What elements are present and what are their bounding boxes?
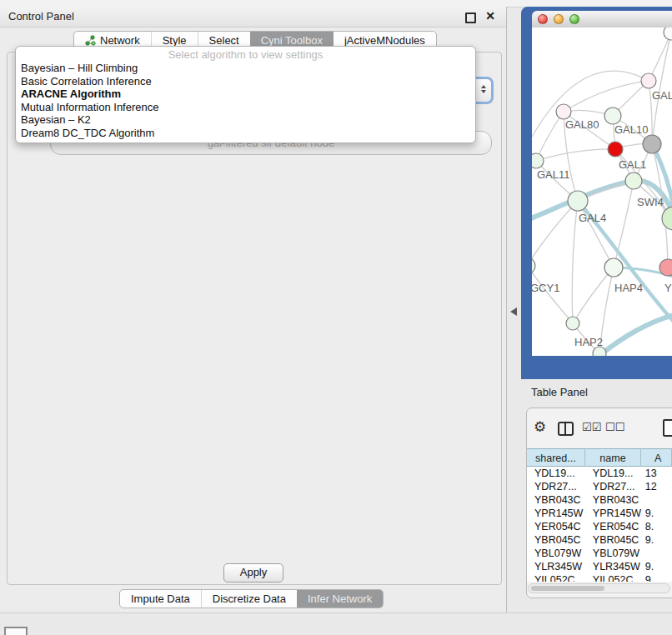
dropdown-item[interactable]: Mutual Information Inference — [16, 101, 475, 114]
node-hap2[interactable] — [566, 317, 579, 330]
dropdown-item[interactable]: Basic Correlation Inference — [16, 75, 475, 88]
tab-discretize-data[interactable]: Discretize Data — [201, 590, 297, 608]
edge — [597, 314, 672, 356]
bottom-tabbar: Impute Data Discretize Data Infer Networ… — [119, 589, 384, 608]
node[interactable] — [641, 73, 656, 88]
document-icon[interactable] — [663, 419, 672, 437]
table-row[interactable]: YER054C YER054C 8. — [527, 520, 672, 533]
gear-icon[interactable]: ⚙ — [534, 418, 546, 436]
control-panel-window: Control Panel ✕ Network Style Select Cyn… — [0, 7, 507, 612]
node-label: SWI4 — [637, 196, 664, 208]
table-row[interactable]: YPR145W YPR145W 9. — [527, 507, 672, 520]
table-toolbar: ⚙ ☑☑ ☐☐ — [526, 418, 672, 442]
edge — [572, 201, 578, 323]
minimize-traffic-light[interactable] — [554, 14, 564, 24]
node-gal80[interactable] — [556, 104, 571, 119]
node-label: GAL1 — [619, 158, 646, 171]
network-view-window: GAL GAL80 GAL10 GAL1 SWI4 GAL11 GAL4 GCY… — [521, 7, 672, 379]
apply-button[interactable]: Apply — [223, 563, 283, 582]
combo-arrows-icon — [481, 85, 486, 93]
edge — [614, 181, 634, 268]
node-label: GAL80 — [565, 118, 599, 131]
node[interactable] — [659, 259, 672, 276]
edge — [578, 201, 614, 268]
edge — [652, 32, 671, 144]
dropdown-item[interactable]: Bayesian – K2 — [16, 113, 475, 127]
scrollbar-thumb[interactable] — [531, 586, 604, 591]
node-label: HAP2 — [574, 336, 603, 348]
node-label: HAP4 — [614, 282, 643, 294]
dropdown-item-highlighted[interactable]: ARACNE Algorithm — [16, 88, 475, 101]
node-gal11[interactable] — [532, 153, 544, 168]
table-row[interactable]: YDL19... YDL19... 13 — [527, 467, 672, 480]
node-label: Y — [664, 282, 672, 294]
columns-icon[interactable] — [558, 422, 574, 436]
dropdown-item[interactable]: Bayesian – Hill Climbing — [16, 62, 475, 75]
node-label: GCY1 — [532, 282, 559, 294]
network-window-titlebar[interactable] — [532, 11, 672, 28]
edge — [564, 81, 649, 112]
table-row[interactable]: YIL052C YIL052C 9 — [527, 573, 672, 582]
node-gal10[interactable] — [604, 108, 621, 124]
table-row[interactable]: YBR043C YBR043C — [527, 493, 672, 507]
node-gal1[interactable] — [608, 142, 623, 157]
edge — [532, 266, 573, 323]
dropdown-prompt: Select algorithm to view settings — [16, 48, 475, 62]
node-gcy1[interactable] — [532, 258, 535, 274]
select-all-checkboxes-icon[interactable]: ☑☑ — [582, 421, 601, 433]
tab-impute-data[interactable]: Impute Data — [120, 590, 201, 608]
table-panel-title: Table Panel — [531, 386, 588, 398]
column-header[interactable]: A — [641, 448, 672, 467]
node-label: GAL4 — [579, 212, 606, 224]
table-row[interactable]: YLR345W YLR345W 9. — [527, 560, 672, 573]
deselect-all-checkboxes-icon[interactable]: ☐☐ — [605, 421, 624, 433]
node-label: GAL11 — [537, 168, 570, 181]
node[interactable] — [664, 28, 672, 40]
table-horizontal-scrollbar[interactable] — [528, 583, 670, 593]
network-canvas[interactable]: GAL GAL80 GAL10 GAL1 SWI4 GAL11 GAL4 GCY… — [532, 28, 672, 356]
close-icon[interactable]: ✕ — [485, 9, 495, 22]
node[interactable] — [662, 207, 672, 230]
column-header[interactable]: shared... — [527, 448, 585, 467]
close-traffic-light[interactable] — [538, 14, 548, 24]
screen: Control Panel ✕ Network Style Select Cyn… — [0, 0, 672, 635]
mouse-cursor — [510, 308, 517, 316]
table-body: YDL19... YDL19... 13 YDR27... YDR27... 1… — [527, 467, 672, 582]
tab-network-label: Network — [100, 34, 140, 47]
node[interactable] — [643, 135, 661, 153]
node-swi4[interactable] — [625, 172, 642, 189]
table-row[interactable]: YBL079W YBL079W — [527, 547, 672, 560]
edge — [536, 149, 615, 161]
table-header-row: shared... name A — [527, 448, 672, 467]
node-gal4[interactable] — [568, 191, 588, 211]
node-label: GAL — [652, 89, 672, 102]
control-panel-titlebar: Control Panel ✕ — [0, 7, 506, 28]
algorithm-dropdown-list: Select algorithm to view settings Bayesi… — [15, 46, 476, 143]
network-icon — [85, 35, 96, 46]
float-window-icon[interactable] — [465, 12, 476, 23]
table-row[interactable]: YDR27... YDR27... 12 — [527, 480, 672, 493]
edge — [536, 112, 564, 161]
zoom-traffic-light[interactable] — [569, 14, 579, 24]
table-row[interactable]: YBR045C YBR045C 9. — [527, 533, 672, 547]
node-table: shared... name A YDL19... YDL19... 13 YD… — [527, 448, 672, 582]
column-header[interactable]: name — [585, 448, 642, 467]
bottom-strip — [0, 612, 672, 635]
node-hap4[interactable] — [604, 258, 623, 277]
node-label: GAL10 — [614, 123, 648, 136]
network-graph: GAL GAL80 GAL10 GAL1 SWI4 GAL11 GAL4 GCY… — [532, 28, 672, 356]
minimized-widget[interactable] — [4, 627, 28, 635]
window-title: Control Panel — [8, 10, 74, 22]
dropdown-item[interactable]: Dream8 DC_TDC Algorithm — [16, 127, 475, 140]
tab-infer-network[interactable]: Infer Network — [297, 590, 383, 608]
